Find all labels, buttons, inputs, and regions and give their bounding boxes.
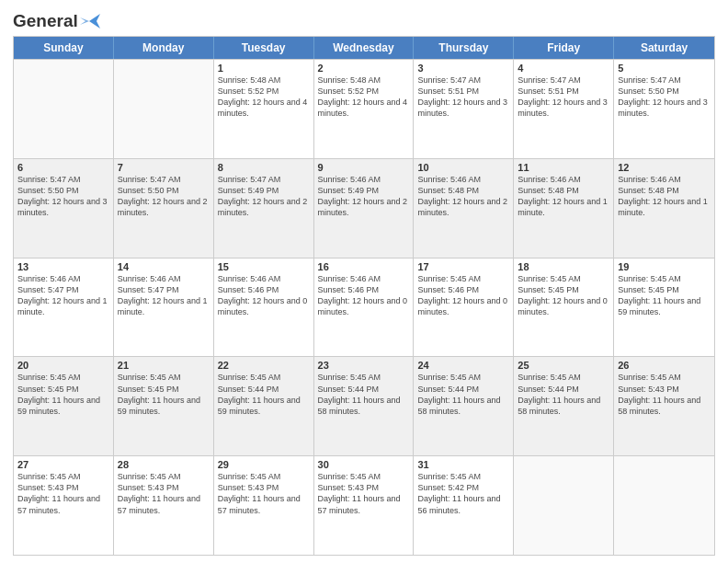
day-number: 9 <box>318 162 410 173</box>
day-cell-17: 17Sunrise: 5:45 AMSunset: 5:46 PMDayligh… <box>414 259 514 357</box>
day-cell-29: 29Sunrise: 5:45 AMSunset: 5:43 PMDayligh… <box>214 456 314 555</box>
day-info: Sunrise: 5:45 AMSunset: 5:43 PMDaylight:… <box>318 471 410 516</box>
day-info: Sunrise: 5:45 AMSunset: 5:44 PMDaylight:… <box>218 372 310 417</box>
day-number: 2 <box>318 63 410 74</box>
day-number: 16 <box>318 261 410 272</box>
day-cell-11: 11Sunrise: 5:46 AMSunset: 5:48 PMDayligh… <box>514 159 614 258</box>
day-info: Sunrise: 5:48 AMSunset: 5:52 PMDaylight:… <box>218 75 310 120</box>
day-cell-25: 25Sunrise: 5:45 AMSunset: 5:44 PMDayligh… <box>514 357 614 455</box>
day-info: Sunrise: 5:45 AMSunset: 5:44 PMDaylight:… <box>318 372 410 417</box>
header-day-tuesday: Tuesday <box>214 37 314 59</box>
day-info: Sunrise: 5:46 AMSunset: 5:49 PMDaylight:… <box>318 174 410 219</box>
day-number: 18 <box>518 261 609 272</box>
day-cell-1: 1Sunrise: 5:48 AMSunset: 5:52 PMDaylight… <box>214 60 314 158</box>
day-info: Sunrise: 5:47 AMSunset: 5:49 PMDaylight:… <box>218 174 310 219</box>
day-number: 7 <box>118 162 210 173</box>
day-number: 12 <box>618 162 711 173</box>
empty-cell-0-1 <box>114 60 214 158</box>
day-number: 14 <box>118 261 210 272</box>
header-day-wednesday: Wednesday <box>314 37 415 59</box>
day-cell-21: 21Sunrise: 5:45 AMSunset: 5:45 PMDayligh… <box>114 357 214 455</box>
calendar: SundayMondayTuesdayWednesdayThursdayFrid… <box>13 36 715 556</box>
day-number: 30 <box>318 459 410 470</box>
calendar-row-2: 6Sunrise: 5:47 AMSunset: 5:50 PMDaylight… <box>14 158 714 258</box>
day-cell-31: 31Sunrise: 5:45 AMSunset: 5:42 PMDayligh… <box>414 456 514 555</box>
logo-bird-icon <box>80 14 100 29</box>
header-day-monday: Monday <box>114 37 214 59</box>
day-cell-4: 4Sunrise: 5:47 AMSunset: 5:51 PMDaylight… <box>514 60 614 158</box>
day-cell-24: 24Sunrise: 5:45 AMSunset: 5:44 PMDayligh… <box>414 357 514 455</box>
calendar-row-5: 27Sunrise: 5:45 AMSunset: 5:43 PMDayligh… <box>14 455 714 555</box>
day-cell-13: 13Sunrise: 5:46 AMSunset: 5:47 PMDayligh… <box>14 259 114 357</box>
day-info: Sunrise: 5:45 AMSunset: 5:45 PMDaylight:… <box>17 372 109 417</box>
day-number: 4 <box>518 63 609 74</box>
day-info: Sunrise: 5:45 AMSunset: 5:45 PMDaylight:… <box>518 273 609 318</box>
day-number: 21 <box>118 360 210 371</box>
day-cell-8: 8Sunrise: 5:47 AMSunset: 5:49 PMDaylight… <box>214 159 314 258</box>
day-info: Sunrise: 5:46 AMSunset: 5:47 PMDaylight:… <box>118 273 210 318</box>
day-number: 23 <box>318 360 410 371</box>
day-cell-10: 10Sunrise: 5:46 AMSunset: 5:48 PMDayligh… <box>414 159 514 258</box>
day-cell-27: 27Sunrise: 5:45 AMSunset: 5:43 PMDayligh… <box>14 456 114 555</box>
day-number: 28 <box>118 459 210 470</box>
day-info: Sunrise: 5:45 AMSunset: 5:44 PMDaylight:… <box>417 372 509 417</box>
day-info: Sunrise: 5:45 AMSunset: 5:45 PMDaylight:… <box>618 273 711 318</box>
day-cell-22: 22Sunrise: 5:45 AMSunset: 5:44 PMDayligh… <box>214 357 314 455</box>
day-info: Sunrise: 5:46 AMSunset: 5:48 PMDaylight:… <box>518 174 609 219</box>
calendar-body: 1Sunrise: 5:48 AMSunset: 5:52 PMDaylight… <box>14 59 714 555</box>
day-info: Sunrise: 5:45 AMSunset: 5:42 PMDaylight:… <box>417 471 509 516</box>
day-number: 29 <box>218 459 310 470</box>
empty-cell-0-0 <box>14 60 114 158</box>
day-info: Sunrise: 5:45 AMSunset: 5:43 PMDaylight:… <box>118 471 210 516</box>
day-info: Sunrise: 5:45 AMSunset: 5:43 PMDaylight:… <box>618 372 711 417</box>
day-number: 26 <box>618 360 711 371</box>
day-number: 24 <box>417 360 509 371</box>
day-number: 3 <box>417 63 509 74</box>
day-cell-9: 9Sunrise: 5:46 AMSunset: 5:49 PMDaylight… <box>314 159 415 258</box>
day-number: 25 <box>518 360 609 371</box>
day-cell-30: 30Sunrise: 5:45 AMSunset: 5:43 PMDayligh… <box>314 456 415 555</box>
day-info: Sunrise: 5:47 AMSunset: 5:50 PMDaylight:… <box>17 174 109 219</box>
day-cell-3: 3Sunrise: 5:47 AMSunset: 5:51 PMDaylight… <box>414 60 514 158</box>
logo: General <box>13 11 100 28</box>
day-cell-15: 15Sunrise: 5:46 AMSunset: 5:46 PMDayligh… <box>214 259 314 357</box>
day-info: Sunrise: 5:45 AMSunset: 5:46 PMDaylight:… <box>417 273 509 318</box>
day-number: 22 <box>218 360 310 371</box>
day-number: 15 <box>218 261 310 272</box>
day-info: Sunrise: 5:46 AMSunset: 5:46 PMDaylight:… <box>318 273 410 318</box>
day-number: 11 <box>518 162 609 173</box>
logo-text: General <box>13 11 78 31</box>
header: General <box>13 9 715 28</box>
day-cell-5: 5Sunrise: 5:47 AMSunset: 5:50 PMDaylight… <box>614 60 714 158</box>
day-info: Sunrise: 5:46 AMSunset: 5:46 PMDaylight:… <box>218 273 310 318</box>
day-number: 19 <box>618 261 711 272</box>
day-info: Sunrise: 5:47 AMSunset: 5:50 PMDaylight:… <box>618 75 711 120</box>
day-cell-14: 14Sunrise: 5:46 AMSunset: 5:47 PMDayligh… <box>114 259 214 357</box>
day-info: Sunrise: 5:46 AMSunset: 5:48 PMDaylight:… <box>417 174 509 219</box>
day-info: Sunrise: 5:48 AMSunset: 5:52 PMDaylight:… <box>318 75 410 120</box>
header-day-sunday: Sunday <box>14 37 114 59</box>
day-number: 5 <box>618 63 711 74</box>
day-number: 10 <box>417 162 509 173</box>
day-cell-12: 12Sunrise: 5:46 AMSunset: 5:48 PMDayligh… <box>614 159 714 258</box>
day-info: Sunrise: 5:46 AMSunset: 5:47 PMDaylight:… <box>17 273 109 318</box>
header-day-saturday: Saturday <box>614 37 714 59</box>
day-cell-19: 19Sunrise: 5:45 AMSunset: 5:45 PMDayligh… <box>614 259 714 357</box>
day-cell-2: 2Sunrise: 5:48 AMSunset: 5:52 PMDaylight… <box>314 60 415 158</box>
empty-cell-4-5 <box>514 456 614 555</box>
day-info: Sunrise: 5:45 AMSunset: 5:44 PMDaylight:… <box>518 372 609 417</box>
calendar-header: SundayMondayTuesdayWednesdayThursdayFrid… <box>14 37 714 59</box>
day-info: Sunrise: 5:46 AMSunset: 5:48 PMDaylight:… <box>618 174 711 219</box>
day-number: 20 <box>17 360 109 371</box>
day-number: 13 <box>17 261 109 272</box>
day-cell-7: 7Sunrise: 5:47 AMSunset: 5:50 PMDaylight… <box>114 159 214 258</box>
day-cell-16: 16Sunrise: 5:46 AMSunset: 5:46 PMDayligh… <box>314 259 415 357</box>
day-info: Sunrise: 5:45 AMSunset: 5:43 PMDaylight:… <box>17 471 109 516</box>
day-cell-18: 18Sunrise: 5:45 AMSunset: 5:45 PMDayligh… <box>514 259 614 357</box>
page: General SundayMondayTuesdayWednesdayThur… <box>0 0 728 563</box>
day-cell-20: 20Sunrise: 5:45 AMSunset: 5:45 PMDayligh… <box>14 357 114 455</box>
empty-cell-4-6 <box>614 456 714 555</box>
calendar-row-3: 13Sunrise: 5:46 AMSunset: 5:47 PMDayligh… <box>14 258 714 357</box>
day-cell-6: 6Sunrise: 5:47 AMSunset: 5:50 PMDaylight… <box>14 159 114 258</box>
header-day-friday: Friday <box>514 37 614 59</box>
